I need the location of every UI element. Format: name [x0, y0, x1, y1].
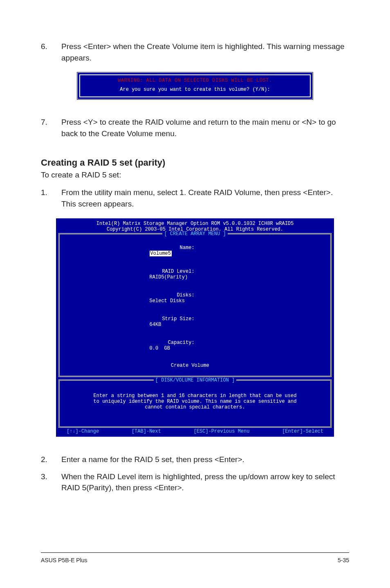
warning-prompt: Are you sure you want to create this vol…: [84, 87, 306, 92]
create-volume-action[interactable]: Create Volume: [171, 363, 325, 368]
step-7-text: Press <Y> to create the RAID volume and …: [61, 117, 349, 139]
info-line-2: to uniquely identify the RAID volume. Th…: [67, 399, 323, 404]
step-2-number: 2.: [41, 454, 61, 465]
info-line-3: cannot contain special characters.: [67, 404, 323, 410]
section-subtext: To create a RAID 5 set:: [41, 171, 349, 180]
disks-value[interactable]: Select Disks: [150, 298, 185, 304]
strip-size-label: Strip Size:: [150, 316, 195, 322]
footer-right: 5-35: [338, 557, 349, 563]
section-heading: Creating a RAID 5 set (parity): [41, 157, 349, 168]
step-6-text: Press <Enter> when the Create Volume ite…: [61, 41, 349, 63]
step-7-number: 7.: [41, 117, 61, 139]
create-array-panel: [ CREATE ARRAY MENU ] Name: Volume5 RAID…: [58, 233, 332, 377]
footer-left: ASUS P5B-E Plus: [41, 557, 87, 563]
step-2-text: Enter a name for the RAID 5 set, then pr…: [61, 454, 349, 465]
step-1-text: From the utility main menu, select 1. Cr…: [61, 187, 349, 209]
create-array-label: [ CREATE ARRAY MENU ]: [162, 231, 227, 237]
info-line-1: Enter a string between 1 and 16 characte…: [67, 393, 323, 399]
bios-title-1: Intel(R) Matrix Storage Manager Option R…: [58, 221, 332, 227]
warning-dialog: WARNING: ALL DATA ON SELECTED DISKS WILL…: [76, 72, 314, 100]
page-footer: ASUS P5B-E Plus 5-35: [41, 552, 349, 563]
disk-volume-info-panel: [ DISK/VOLUME INFORMATION ] Enter a stri…: [58, 379, 332, 428]
raid-level-value[interactable]: RAID5(Parity): [150, 274, 188, 280]
status-enter: [Enter]-Select: [282, 429, 323, 434]
status-change: [↑↓]-Change: [67, 429, 99, 434]
name-value[interactable]: Volume5: [150, 251, 196, 256]
warning-line: WARNING: ALL DATA ON SELECTED DISKS WILL…: [84, 78, 306, 83]
step-3-number: 3.: [41, 471, 61, 494]
bios-screen: Intel(R) Matrix Storage Manager Option R…: [56, 218, 334, 437]
capacity-value[interactable]: 0.0 GB: [150, 346, 170, 351]
strip-size-value[interactable]: 64KB: [150, 322, 161, 328]
capacity-label: Capacity:: [150, 340, 195, 346]
raid-level-label: RAID Level:: [150, 269, 195, 274]
step-6-number: 6.: [41, 41, 61, 63]
bios-statusbar: [↑↓]-Change [TAB]-Next [ESC]-Previous Me…: [58, 428, 332, 436]
disk-volume-info-label: [ DISK/VOLUME INFORMATION ]: [154, 377, 236, 383]
step-3-text: When the RAID Level item is highlighted,…: [61, 471, 349, 494]
step-1-number: 1.: [41, 187, 61, 209]
disks-label: Disks:: [150, 292, 195, 298]
name-label: Name:: [150, 245, 195, 251]
status-esc: [ESC]-Previous Menu: [194, 429, 250, 434]
status-tab: [TAB]-Next: [132, 429, 161, 434]
